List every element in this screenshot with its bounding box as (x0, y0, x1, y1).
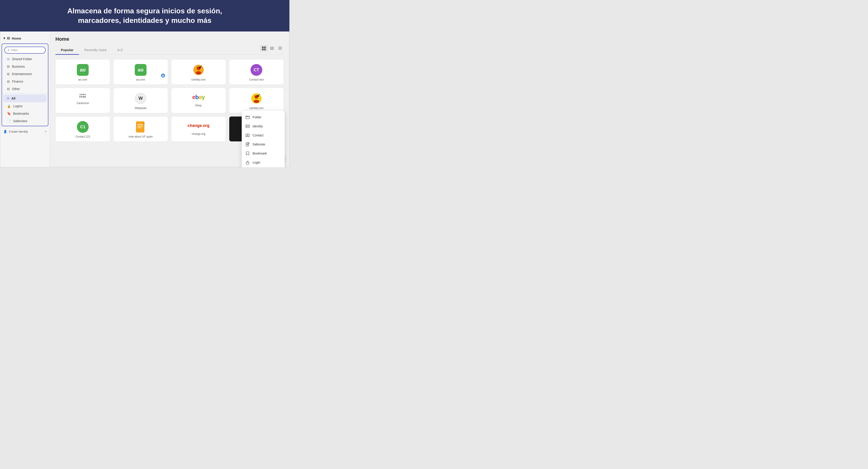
sidebar-home-header[interactable]: ▾ ⊟ Home (0, 34, 50, 42)
bookmark-icon (245, 151, 250, 156)
chevron-down-icon: ▾ (3, 36, 5, 40)
sidebar-item-bookmarks[interactable]: 🔖 Bookmarks (3, 110, 46, 117)
ct-avatar: CT (250, 64, 262, 76)
sidebar-item-shared-folder[interactable]: ⊟ Shared Folder (3, 55, 46, 63)
svg-rect-8 (278, 48, 282, 48)
content-area: Home Popular Recently Used A-Z (50, 32, 289, 167)
svg-rect-39 (246, 162, 249, 164)
menu-item-label: Folder (253, 115, 261, 119)
safenote-icon (245, 142, 250, 147)
sidebar-item-label: Entertainment (12, 72, 32, 76)
svg-point-21 (254, 100, 259, 103)
item-card-ebay[interactable]: ebay Ebay (171, 88, 226, 113)
sidebar-item-other[interactable]: ⊟ Other (3, 85, 46, 92)
svg-rect-27 (137, 127, 142, 128)
item-label: Contact 123 (75, 135, 90, 138)
folder-icon: ⊟ (7, 65, 10, 68)
sidebar-item-safenotes[interactable]: 📄 Safenotes (3, 117, 46, 125)
changeorg-logo: change.org (189, 121, 208, 130)
item-label: cambly.com (249, 107, 264, 110)
zarahome-logo: ZARAHOME (77, 92, 89, 99)
item-label: note about VF spain (128, 135, 153, 138)
identity-icon: 👤 (3, 130, 7, 133)
view-controls (260, 45, 284, 52)
create-identity-button[interactable]: 👤 Create Identity + (0, 127, 50, 136)
tab-recently-used[interactable]: Recently Used (79, 46, 112, 55)
sidebar-item-logins[interactable]: 🔒 Logins (3, 102, 46, 110)
list-large-view-button[interactable] (268, 45, 276, 52)
item-card-ao2[interactable]: ao ao.com (113, 59, 168, 85)
sidebar-item-label: Business (12, 65, 25, 68)
item-card-ao1[interactable]: ao ao.com (55, 59, 110, 85)
svg-point-11 (162, 75, 163, 76)
svg-rect-33 (246, 134, 249, 137)
safenote-icon: 📄 (7, 119, 11, 123)
tab-popular[interactable]: Popular (55, 46, 79, 55)
shared-folder-icon: ⊟ (7, 57, 10, 61)
item-card-wikipedia[interactable]: W Wikipedia (113, 88, 168, 113)
folder-icon: ⊟ (7, 87, 10, 91)
item-card-contact-123[interactable]: C1 Contact 123 (55, 116, 110, 142)
filter-icon: ⊻ (7, 49, 10, 52)
menu-item-label: Contact (253, 134, 264, 137)
add-icon: + (45, 130, 46, 133)
item-card-contact-test[interactable]: CT Contact test (229, 59, 284, 85)
sidebar-item-label: Safenotes (13, 119, 27, 123)
sidebar-item-label: Bookmarks (13, 112, 29, 115)
svg-point-14 (196, 71, 201, 75)
lock-icon: 🔒 (7, 104, 11, 108)
banner-text: Almacena de forma segura inicios de sesi… (9, 6, 280, 25)
svg-rect-10 (278, 49, 282, 50)
item-label: Zarahome (76, 101, 89, 105)
menu-item-login[interactable]: Login (242, 158, 285, 167)
folder-icon: ⊟ (7, 80, 10, 83)
item-label: Wikipedia (135, 107, 147, 110)
item-label: change.org (192, 133, 205, 136)
svg-rect-2 (262, 49, 264, 50)
svg-rect-3 (264, 49, 266, 50)
ebay-logo: ebay (189, 92, 208, 101)
menu-item-identity[interactable]: Identity (242, 122, 285, 131)
context-menu: Folder Identity Contact Safenote (242, 111, 285, 167)
shared-badge (161, 74, 165, 78)
menu-item-bookmark[interactable]: Bookmark (242, 149, 285, 158)
menu-item-label: Login (253, 160, 260, 164)
item-card-cambly1[interactable]: cambly.com (171, 59, 226, 85)
sidebar-item-label: Shared Folder (12, 57, 32, 61)
menu-item-contact[interactable]: Contact (242, 131, 285, 140)
tab-az[interactable]: A-Z (112, 46, 128, 55)
menu-item-folder[interactable]: Folder (242, 113, 285, 122)
contact-icon (245, 133, 250, 138)
folder-icon (245, 115, 250, 119)
main-layout: ▾ ⊟ Home ⊻ Filter ⊟ Shared Folder ⊟ Busi… (0, 31, 289, 167)
ao-logo: ao (135, 64, 147, 76)
item-card-changeorg[interactable]: change.org change.org (171, 116, 226, 142)
menu-item-label: Identity (253, 124, 263, 128)
menu-item-safenote[interactable]: Safenote (242, 140, 285, 149)
svg-rect-26 (137, 126, 143, 126)
header-banner: Almacena de forma segura inicios de sesi… (0, 0, 289, 31)
item-label: ao.com (136, 78, 145, 81)
item-label: Contact test (249, 78, 264, 81)
sidebar-item-finance[interactable]: ⊟ Finance (3, 78, 46, 85)
identity-icon (245, 124, 250, 128)
sidebar-item-label: Other (12, 87, 20, 91)
grid-view-button[interactable] (260, 45, 268, 52)
filter-input[interactable]: ⊻ Filter (4, 47, 46, 54)
item-card-safenote-vf[interactable]: note about VF spain (113, 116, 168, 142)
sidebar-item-entertainment[interactable]: ⊟ Entertainment (3, 70, 46, 78)
svg-rect-5 (270, 48, 274, 49)
lock-icon (245, 160, 250, 165)
ao-logo: ao (77, 64, 89, 76)
item-card-zarahome[interactable]: ZARAHOME Zarahome (55, 88, 110, 113)
svg-point-34 (247, 135, 248, 136)
sidebar-item-all[interactable]: ≡ All (3, 94, 46, 102)
sidebar-item-business[interactable]: ⊟ Business (3, 63, 46, 70)
bookmark-icon: 🔖 (7, 112, 11, 115)
svg-rect-0 (262, 47, 264, 48)
item-card-cambly2[interactable]: cambly.com (229, 88, 284, 113)
sidebar-bordered-section: ⊻ Filter ⊟ Shared Folder ⊟ Business ⊟ En… (2, 43, 49, 126)
list-small-view-button[interactable] (277, 45, 284, 52)
page-title: Home (55, 36, 284, 42)
sidebar-item-label: All (11, 97, 16, 100)
